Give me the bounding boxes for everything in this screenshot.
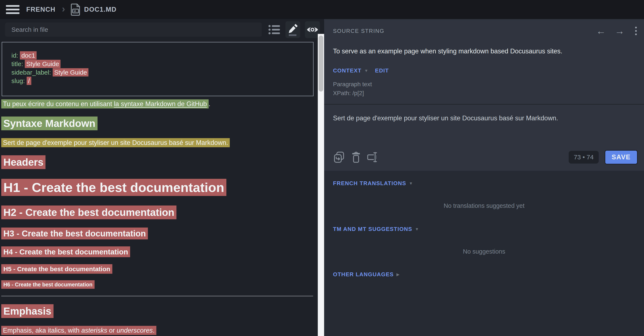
frontmatter-line: id: doc1	[12, 51, 304, 60]
svg-text:↓: ↓	[76, 10, 78, 13]
frontmatter-line: slug: /	[12, 77, 304, 85]
other-languages-section-toggle[interactable]: OTHER LANGUAGES ▶	[333, 271, 400, 278]
translation-panel: SOURCE STRING ← → To serve as an example…	[324, 19, 644, 336]
document-scrollbar-track[interactable]	[318, 34, 324, 336]
french-translations-section-toggle[interactable]: FRENCH TRANSLATIONS ▼	[333, 180, 413, 187]
frontmatter-key: sidebar_label:	[12, 69, 53, 76]
markdown-file-icon: M ↓	[71, 4, 80, 16]
document-content: id: doc1title: Style Guidesidebar_label:…	[0, 40, 324, 336]
tm-mt-section-toggle[interactable]: TM AND MT SUGGESTIONS ▼	[333, 226, 419, 232]
list-icon	[268, 24, 280, 36]
frontmatter-line: title: Style Guide	[12, 60, 304, 68]
doc-string-p[interactable]: Emphasis, aka italics, with asterisks or…	[1, 326, 156, 335]
frontmatter-line: sidebar_label: Style Guide	[12, 68, 304, 77]
topbar: FRENCH › M ↓ DOC1.MD	[0, 0, 644, 19]
document-scrollbar-thumb[interactable]	[318, 36, 323, 92]
french-translations-dropdown-icon: ▼	[409, 181, 413, 186]
doc-blocks: Tu peux écrire du contenu en utilisant l…	[1, 96, 314, 336]
save-button[interactable]: SAVE	[605, 150, 638, 164]
translation-input[interactable]: Sert de page d'exemple pour styliser un …	[333, 105, 638, 144]
doc-string-h1[interactable]: H1 - Create the best documentation	[1, 179, 226, 196]
forward-arrow-icon: →	[615, 26, 624, 37]
tm-mt-label: TM AND MT SUGGESTIONS	[333, 226, 412, 232]
copy-source-icon	[334, 151, 345, 163]
inline-link: la syntaxe Markdown de GitHub	[114, 100, 207, 108]
context-toggle[interactable]: CONTEXT	[333, 67, 362, 74]
doc-string-p[interactable]: Sert de page d'exemple pour styliser un …	[1, 139, 230, 147]
context-dropdown-icon: ▼	[364, 68, 368, 73]
breadcrumb-chevron-icon: ›	[62, 4, 65, 15]
other-languages-label: OTHER LANGUAGES	[333, 271, 394, 278]
other-languages-expand-icon: ▶	[396, 272, 400, 277]
doc-string-h3[interactable]: H3 - Create the best documentation	[1, 228, 148, 239]
copy-source-button[interactable]	[333, 151, 345, 163]
tm-mt-dropdown-icon: ▼	[415, 227, 419, 232]
edit-mode-button[interactable]	[286, 21, 300, 38]
delete-translation-button[interactable]	[350, 151, 362, 163]
previous-string-button[interactable]: ←	[596, 26, 606, 36]
insert-special-character-button[interactable]	[367, 151, 379, 163]
tm-empty-text: No suggestions	[333, 248, 635, 255]
doc-string-h2[interactable]: Emphasis	[1, 305, 54, 317]
kebab-icon	[635, 27, 637, 28]
breadcrumb-file[interactable]: DOC1.MD	[84, 6, 116, 13]
doc-string-p[interactable]: Tu peux écrire du contenu en utilisant l…	[1, 100, 210, 108]
pencil-icon	[287, 23, 298, 36]
frontmatter-box: id: doc1title: Style Guidesidebar_label:…	[2, 42, 314, 96]
svg-text:M: M	[74, 10, 76, 13]
breadcrumb-project[interactable]: FRENCH	[26, 6, 56, 13]
search-input[interactable]	[5, 23, 262, 37]
back-arrow-icon: ←	[596, 26, 606, 37]
edit-context-button[interactable]: EDIT	[375, 67, 389, 74]
doc-string-h5[interactable]: H5 - Create the best documentation	[1, 265, 112, 273]
editor-toolbar: 73 • 74 SAVE	[333, 144, 638, 171]
hamburger-menu-button[interactable]	[6, 4, 20, 15]
editor-header: SOURCE STRING ← →	[333, 19, 638, 36]
doc-string-h4[interactable]: H4 - Create the best documentation	[1, 247, 130, 257]
context-row: CONTEXT ▼ EDIT	[333, 67, 638, 74]
hamburger-icon	[6, 5, 20, 7]
frontmatter-value-string[interactable]: Style Guide	[25, 60, 60, 68]
text-cursor-icon	[367, 152, 379, 163]
suggestions-area: FRENCH TRANSLATIONS ▼ No translations su…	[324, 171, 644, 336]
frontmatter-value-string[interactable]: /	[27, 77, 31, 85]
string-meta: Paragraph text XPath: /p[2]	[333, 80, 638, 98]
next-string-button[interactable]: →	[615, 26, 624, 36]
string-list-button[interactable]	[266, 21, 282, 38]
character-count-badge: 73 • 74	[569, 151, 599, 163]
frontmatter-value-string[interactable]: doc1	[20, 51, 36, 60]
frontmatter-key: title:	[12, 60, 25, 67]
frontmatter-key: slug:	[12, 77, 27, 84]
document-toolbar	[0, 19, 324, 40]
eye-icon	[306, 25, 319, 35]
doc-string-h2[interactable]: Syntaxe Markdown	[1, 117, 98, 130]
frontmatter-key: id:	[12, 52, 20, 59]
document-panel: id: doc1title: Style Guidesidebar_label:…	[0, 19, 324, 336]
string-editor-card: SOURCE STRING ← → To serve as an example…	[324, 19, 644, 171]
french-translations-label: FRENCH TRANSLATIONS	[333, 180, 406, 187]
doc-string-h2[interactable]: Headers	[1, 156, 46, 169]
more-options-button[interactable]	[634, 26, 638, 36]
string-xpath: XPath: /p[2]	[333, 89, 638, 98]
translations-empty-text: No translations suggested yet	[333, 202, 635, 209]
string-type: Paragraph text	[333, 80, 638, 89]
main-split: id: doc1title: Style Guidesidebar_label:…	[0, 19, 644, 336]
source-string-text: To serve as an example page when styling…	[333, 48, 638, 55]
frontmatter-value-string[interactable]: Style Guide	[53, 68, 88, 76]
horizontal-rule	[1, 296, 313, 296]
doc-string-h2[interactable]: H2 - Create the best documentation	[1, 206, 176, 219]
trash-icon	[352, 151, 361, 163]
doc-string-h6[interactable]: H6 - Create the best documentation	[1, 281, 94, 288]
source-string-label: SOURCE STRING	[333, 28, 384, 34]
